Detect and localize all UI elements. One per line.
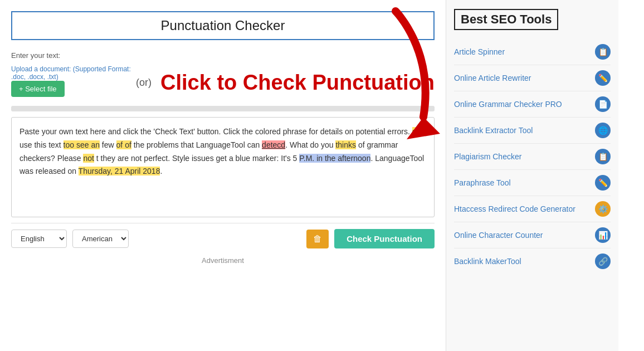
page-title: Punctuation Checker xyxy=(11,11,435,40)
grammar-checker-link[interactable]: Online Grammar Checker PRO xyxy=(454,100,591,109)
list-item: Paraphrase Tool ✏️ xyxy=(454,170,611,196)
list-item: Online Character Counter 📊 xyxy=(454,222,611,248)
list-item: Backlink MakerTool 🔗 xyxy=(454,248,611,274)
character-counter-icon: 📊 xyxy=(595,227,611,243)
upload-label: Upload a document: (Supported Format: .d… xyxy=(11,65,136,81)
dialect-select[interactable]: American British xyxy=(72,230,129,248)
sidebar-title: Best SEO Tools xyxy=(454,9,558,30)
article-rewriter-icon: ✏️ xyxy=(595,70,611,86)
article-spinner-link[interactable]: Article Spinner xyxy=(454,47,591,56)
select-file-button[interactable]: + Select file xyxy=(11,81,65,97)
backlink-extractor-link[interactable]: Backlink Extractor Tool xyxy=(454,126,591,135)
backlink-maker-link[interactable]: Backlink MakerTool xyxy=(454,257,591,266)
clear-button[interactable]: 🗑 xyxy=(306,230,329,248)
click-to-check-heading: Click to Check Punctuation xyxy=(160,71,435,95)
list-item: Online Grammar Checker PRO 📄 xyxy=(454,91,611,118)
plagiarism-checker-link[interactable]: Plagiarism Checker xyxy=(454,152,591,161)
character-counter-link[interactable]: Online Character Counter xyxy=(454,231,591,240)
bottom-controls: English German French Spanish American B… xyxy=(11,223,435,252)
list-item: Htaccess Redirect Code Generator ⚙️ xyxy=(454,196,611,222)
htaccess-icon: ⚙️ xyxy=(595,201,611,217)
progress-bar xyxy=(11,106,435,111)
backlink-extractor-icon: 🌐 xyxy=(595,123,611,138)
grammar-checker-icon: 📄 xyxy=(595,96,611,112)
backlink-maker-icon: 🔗 xyxy=(595,254,611,269)
plagiarism-checker-icon: 📋 xyxy=(595,149,611,164)
list-item: Article Spinner 📋 xyxy=(454,39,611,65)
enter-text-label: Enter your text: xyxy=(11,51,435,60)
list-item: Online Article Rewriter ✏️ xyxy=(454,65,611,91)
sample-text: Paste your own text here and click the '… xyxy=(19,127,424,176)
list-item: Backlink Extractor Tool 🌐 xyxy=(454,118,611,144)
sidebar: Best SEO Tools Article Spinner 📋 Online … xyxy=(446,0,618,351)
paraphrase-tool-link[interactable]: Paraphrase Tool xyxy=(454,178,591,187)
list-item: Plagiarism Checker 📋 xyxy=(454,144,611,170)
or-prefix: (or) xyxy=(136,77,152,89)
check-punctuation-button[interactable]: Check Punctuation xyxy=(334,229,435,248)
article-spinner-icon: 📋 xyxy=(595,44,611,60)
language-select[interactable]: English German French Spanish xyxy=(11,230,67,248)
paraphrase-tool-icon: ✏️ xyxy=(595,175,611,191)
sidebar-list: Article Spinner 📋 Online Article Rewrite… xyxy=(454,39,611,274)
advertisment-label: Advertisment xyxy=(11,252,435,269)
text-input-area[interactable]: Paste your own text here and click the '… xyxy=(11,117,435,217)
article-rewriter-link[interactable]: Online Article Rewriter xyxy=(454,74,591,82)
htaccess-link[interactable]: Htaccess Redirect Code Generator xyxy=(454,204,591,213)
